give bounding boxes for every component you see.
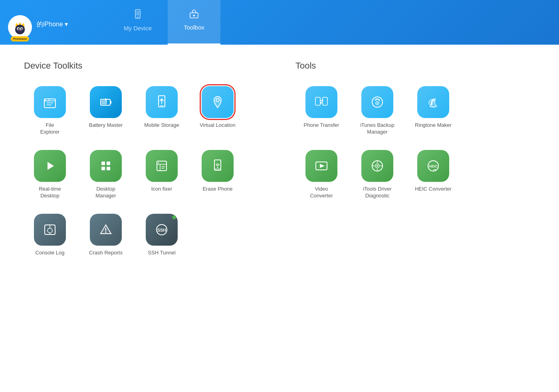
logo-circle [8, 15, 32, 39]
tools-grid: Phone Transfer iTunes BackupManager [295, 83, 535, 203]
tool-erase-phone[interactable]: Erase Phone [192, 147, 244, 203]
heic-converter-label: HEIC Converter [415, 186, 452, 193]
desktop-manager-icon [90, 150, 122, 182]
tool-icon-fixer[interactable]: Icon fixer [136, 147, 188, 203]
ssh-tunnel-label: SSH Tunnel [148, 250, 175, 256]
tool-virtual-location[interactable]: Virtual Location [192, 83, 244, 139]
tool-desktop-manager[interactable]: DesktopManager [80, 147, 132, 203]
tool-battery-master[interactable]: Battery Master [80, 83, 132, 139]
svg-rect-14 [44, 99, 56, 108]
video-converter-icon [305, 150, 337, 182]
svg-point-7 [20, 30, 21, 31]
tool-mobile-storage[interactable]: Mobile Storage [136, 83, 188, 139]
tool-itunes-backup[interactable]: iTunes BackupManager [351, 83, 403, 139]
ringtone-maker-icon [417, 86, 449, 118]
itools-driver-icon [361, 150, 393, 182]
real-time-desktop-label: Real-timeDesktop [39, 186, 61, 199]
icon-fixer-icon [146, 150, 178, 182]
tab-my-device-label: My Device [124, 25, 152, 32]
heic-converter-icon: HEIC [417, 150, 449, 182]
ssh-tunnel-icon: SSH [146, 214, 178, 246]
tool-file-explorer[interactable]: FileExplorer [24, 83, 76, 139]
real-time-desktop-icon [34, 150, 66, 182]
battery-master-icon [90, 86, 122, 118]
itools-driver-label: iTools DriverDiagnostic [363, 186, 392, 199]
svg-text:SSH: SSH [157, 228, 167, 232]
tab-toolbox[interactable]: Toolbox [168, 0, 220, 45]
tab-toolbox-label: Toolbox [184, 24, 204, 31]
svg-marker-54 [320, 164, 325, 168]
tool-heic-converter[interactable]: HEIC HEIC Converter [407, 147, 459, 203]
svg-rect-31 [107, 167, 110, 170]
svg-rect-15 [45, 99, 49, 101]
tool-video-converter[interactable]: VideoConverter [295, 147, 347, 203]
file-explorer-label: FileExplorer [40, 122, 59, 136]
logo-area: Premium 的iPhone ▾ [0, 15, 108, 45]
battery-master-label: Battery Master [89, 122, 123, 129]
file-explorer-icon [34, 86, 66, 118]
header: Premium 的iPhone ▾ My Device [0, 0, 559, 45]
content-area: Device Toolkits FileExplorer [0, 45, 559, 392]
svg-point-50 [372, 97, 383, 107]
virtual-location-label: Virtual Location [200, 122, 235, 129]
svg-point-6 [21, 28, 23, 30]
erase-phone-label: Erase Phone [202, 186, 232, 193]
tool-ringtone-maker[interactable]: Ringtone Maker [407, 83, 459, 139]
logo-svg [12, 19, 28, 35]
mobile-storage-label: Mobile Storage [144, 122, 179, 129]
premium-badge: Premium [11, 36, 29, 41]
svg-rect-48 [315, 97, 320, 105]
itunes-backup-label: iTunes BackupManager [360, 122, 394, 136]
svg-rect-28 [101, 162, 105, 165]
mobile-storage-icon [146, 86, 178, 118]
desktop-manager-label: DesktopManager [95, 186, 116, 199]
video-converter-label: VideoConverter [310, 186, 333, 199]
svg-point-52 [377, 103, 378, 104]
svg-text:HEIC: HEIC [429, 164, 438, 168]
svg-rect-29 [107, 162, 110, 165]
device-toolkits-grid: FileExplorer Battery Mas [24, 83, 264, 259]
tool-itools-driver[interactable]: iTools DriverDiagnostic [351, 147, 403, 203]
sections-row: Device Toolkits FileExplorer [24, 61, 535, 259]
tools-section: Tools Phone Transfer [295, 61, 535, 259]
console-log-label: Console Log [36, 250, 65, 256]
tool-console-log[interactable]: Console Log [24, 211, 76, 260]
crash-reports-label: Crash Reports [89, 250, 123, 256]
device-toolkits-title: Device Toolkits [24, 61, 264, 71]
ssh-badge [172, 215, 176, 219]
svg-rect-19 [110, 101, 111, 104]
tool-phone-transfer[interactable]: Phone Transfer [295, 83, 347, 139]
phone-transfer-icon [305, 86, 337, 118]
svg-point-5 [18, 28, 20, 30]
svg-marker-27 [48, 162, 54, 170]
tool-crash-reports[interactable]: Crash Reports [80, 211, 132, 260]
svg-rect-10 [136, 11, 139, 16]
svg-point-2 [16, 25, 24, 34]
svg-point-45 [105, 232, 107, 233]
erase-phone-icon [202, 150, 234, 182]
svg-point-57 [377, 165, 378, 167]
tools-title: Tools [295, 61, 535, 71]
device-toolkits-section: Device Toolkits FileExplorer [24, 61, 264, 259]
device-name[interactable]: 的iPhone ▾ [37, 20, 68, 34]
my-device-icon [132, 9, 143, 22]
svg-point-41 [48, 228, 52, 233]
console-log-icon [34, 214, 66, 246]
svg-rect-30 [101, 167, 105, 170]
itunes-backup-icon [361, 86, 393, 118]
tab-my-device[interactable]: My Device [108, 0, 168, 45]
svg-rect-49 [323, 97, 327, 105]
icon-fixer-label: Icon fixer [151, 186, 172, 193]
tool-real-time-desktop[interactable]: Real-timeDesktop [24, 147, 76, 203]
virtual-location-icon [202, 86, 234, 118]
phone-transfer-label: Phone Transfer [304, 122, 339, 129]
svg-rect-38 [214, 160, 221, 170]
logo-icon: Premium [8, 15, 32, 39]
crash-reports-icon [90, 214, 122, 246]
ringtone-maker-label: Ringtone Maker [415, 122, 452, 129]
tool-ssh-tunnel[interactable]: SSH SSH Tunnel [136, 211, 188, 260]
nav-tabs: My Device Toolbox [108, 0, 559, 45]
toolbox-icon [188, 8, 200, 22]
